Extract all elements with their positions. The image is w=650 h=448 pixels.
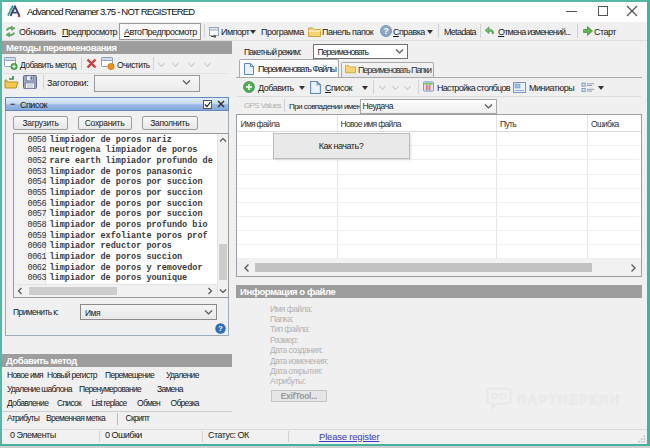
svg-text:?: ?	[218, 324, 223, 333]
svg-text:?: ?	[383, 26, 388, 36]
